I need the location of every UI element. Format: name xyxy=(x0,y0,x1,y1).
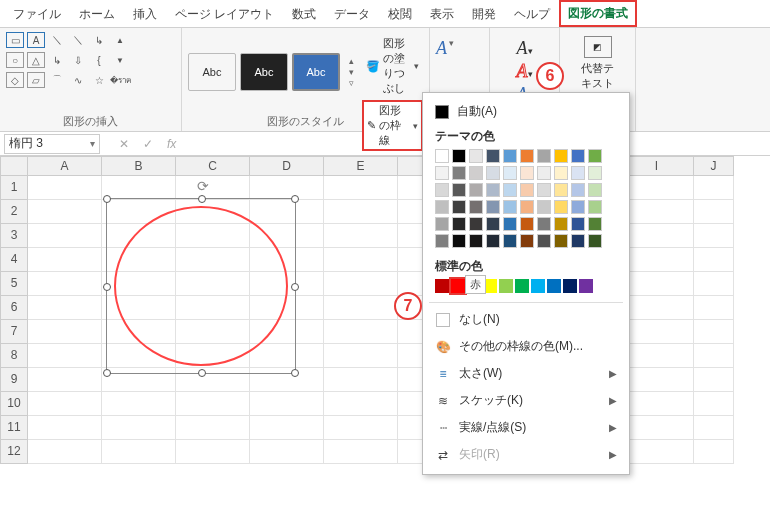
tab-data[interactable]: データ xyxy=(325,2,379,27)
style-preset-1[interactable]: Abc xyxy=(188,53,236,91)
theme-color-swatch[interactable] xyxy=(503,217,517,231)
row-header[interactable]: 4 xyxy=(0,248,28,272)
theme-color-swatch[interactable] xyxy=(486,183,500,197)
cell[interactable] xyxy=(324,248,398,272)
cell[interactable] xyxy=(250,320,324,344)
cell[interactable] xyxy=(324,320,398,344)
text-outline-A[interactable]: A▾ xyxy=(517,61,533,82)
cell[interactable] xyxy=(694,248,734,272)
theme-color-swatch[interactable] xyxy=(537,234,551,248)
cell[interactable] xyxy=(102,320,176,344)
cell[interactable] xyxy=(694,440,734,464)
cell[interactable] xyxy=(620,320,694,344)
cell[interactable] xyxy=(620,200,694,224)
cell[interactable] xyxy=(28,392,102,416)
cell[interactable] xyxy=(28,200,102,224)
cell[interactable] xyxy=(324,416,398,440)
cell[interactable] xyxy=(176,392,250,416)
cell[interactable] xyxy=(28,296,102,320)
cell[interactable] xyxy=(102,440,176,464)
theme-color-swatch[interactable] xyxy=(571,217,585,231)
cell[interactable] xyxy=(28,440,102,464)
col-header[interactable]: J xyxy=(694,156,734,176)
cell[interactable] xyxy=(694,392,734,416)
theme-color-swatch[interactable] xyxy=(588,166,602,180)
cell[interactable] xyxy=(324,200,398,224)
style-preset-2[interactable]: Abc xyxy=(240,53,288,91)
col-header[interactable]: D xyxy=(250,156,324,176)
theme-color-swatch[interactable] xyxy=(486,217,500,231)
theme-color-swatch[interactable] xyxy=(588,217,602,231)
cell[interactable] xyxy=(102,272,176,296)
theme-color-swatch[interactable] xyxy=(588,200,602,214)
cell[interactable] xyxy=(102,392,176,416)
cell[interactable] xyxy=(620,176,694,200)
tab-insert[interactable]: 挿入 xyxy=(124,2,166,27)
cell[interactable] xyxy=(694,416,734,440)
tab-developer[interactable]: 開発 xyxy=(463,2,505,27)
theme-color-swatch[interactable] xyxy=(554,200,568,214)
cell[interactable] xyxy=(102,368,176,392)
row-header[interactable]: 2 xyxy=(0,200,28,224)
theme-color-swatch[interactable] xyxy=(520,234,534,248)
theme-color-swatch[interactable] xyxy=(503,234,517,248)
cell[interactable] xyxy=(324,392,398,416)
theme-color-swatch[interactable] xyxy=(503,183,517,197)
tab-view[interactable]: 表示 xyxy=(421,2,463,27)
cell[interactable] xyxy=(324,224,398,248)
theme-color-swatch[interactable] xyxy=(571,234,585,248)
cell[interactable] xyxy=(176,176,250,200)
cell[interactable] xyxy=(28,176,102,200)
standard-color-swatch[interactable] xyxy=(563,279,577,293)
shape-style-gallery[interactable]: Abc Abc Abc ▴▾▿ xyxy=(188,54,358,90)
theme-color-swatch[interactable] xyxy=(469,149,483,163)
theme-color-swatch[interactable] xyxy=(486,149,500,163)
style-preset-3[interactable]: Abc xyxy=(292,53,340,91)
cell[interactable] xyxy=(250,392,324,416)
tab-shape-format[interactable]: 図形の書式 xyxy=(559,0,637,27)
cell[interactable] xyxy=(250,368,324,392)
cell[interactable] xyxy=(28,248,102,272)
cell[interactable] xyxy=(28,416,102,440)
outline-weight[interactable]: ≡ 太さ(W) ▶ xyxy=(423,360,629,387)
theme-color-swatch[interactable] xyxy=(435,234,449,248)
cell[interactable] xyxy=(250,416,324,440)
theme-color-swatch[interactable] xyxy=(537,149,551,163)
theme-color-swatch[interactable] xyxy=(537,183,551,197)
row-header[interactable]: 7 xyxy=(0,320,28,344)
cell[interactable] xyxy=(250,272,324,296)
name-box[interactable]: 楕円 3 ▾ xyxy=(4,134,100,154)
select-all-corner[interactable] xyxy=(0,156,28,176)
style-gallery-more[interactable]: ▴▾▿ xyxy=(344,56,358,88)
fx-icon[interactable]: fx xyxy=(162,137,181,151)
cell[interactable] xyxy=(250,248,324,272)
theme-color-swatch[interactable] xyxy=(452,166,466,180)
cell[interactable] xyxy=(694,368,734,392)
cell[interactable] xyxy=(324,368,398,392)
theme-color-swatch[interactable] xyxy=(571,200,585,214)
theme-color-swatch[interactable] xyxy=(571,183,585,197)
cell[interactable] xyxy=(694,320,734,344)
cell[interactable] xyxy=(250,176,324,200)
theme-color-swatch[interactable] xyxy=(537,217,551,231)
theme-color-swatch[interactable] xyxy=(571,166,585,180)
theme-color-swatch[interactable] xyxy=(486,200,500,214)
row-header[interactable]: 10 xyxy=(0,392,28,416)
cell[interactable] xyxy=(620,392,694,416)
standard-color-swatch[interactable] xyxy=(515,279,529,293)
theme-color-swatch[interactable] xyxy=(469,166,483,180)
text-fill-A[interactable]: A▾ xyxy=(517,38,533,59)
row-header[interactable]: 1 xyxy=(0,176,28,200)
theme-color-swatch[interactable] xyxy=(520,200,534,214)
standard-color-swatch[interactable] xyxy=(579,279,593,293)
cell[interactable] xyxy=(28,272,102,296)
cell[interactable] xyxy=(176,272,250,296)
no-outline[interactable]: なし(N) xyxy=(423,306,629,333)
shapes-gallery[interactable]: ▭A＼＼↳▲ ○△↳⇩{▼ ◇▱⌒∿☆�ราค xyxy=(6,32,175,110)
cell[interactable] xyxy=(694,200,734,224)
cell[interactable] xyxy=(176,296,250,320)
theme-color-swatch[interactable] xyxy=(520,166,534,180)
cell[interactable] xyxy=(250,344,324,368)
cell[interactable] xyxy=(620,440,694,464)
theme-color-swatch[interactable] xyxy=(452,217,466,231)
